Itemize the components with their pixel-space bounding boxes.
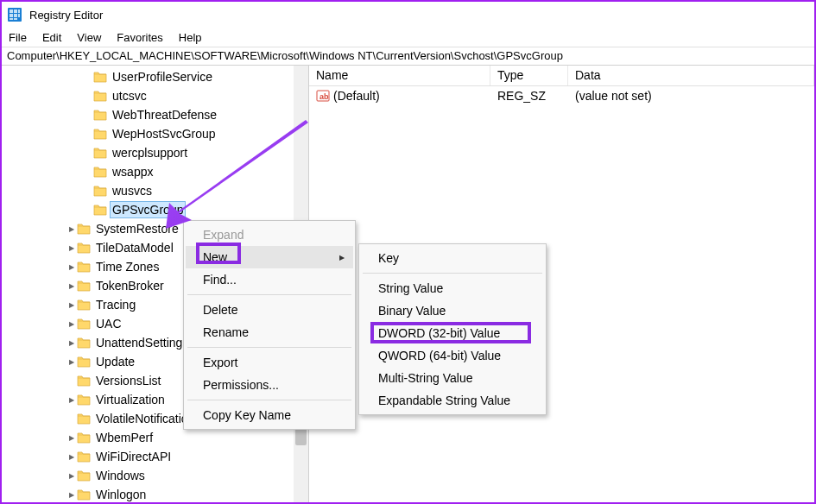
window-title: Registry Editor: [29, 9, 103, 22]
menu-item-export[interactable]: Export: [186, 351, 353, 374]
expander-icon[interactable]: ▶: [66, 434, 77, 442]
submenu-item-key[interactable]: Key: [361, 247, 544, 269]
svg-rect-2: [14, 9, 17, 13]
folder-icon: [93, 147, 107, 159]
folder-icon: [77, 450, 91, 463]
tree-item-label: wsappx: [111, 164, 155, 180]
tree-item[interactable]: wusvcs: [2, 181, 308, 200]
tree-item-label: UserProfileService: [111, 69, 214, 85]
value-name: (Default): [333, 89, 380, 103]
tree-item-label: UAC: [94, 316, 123, 331]
tree-item-label: Tracing: [94, 297, 137, 312]
list-header: Name Type Data: [309, 66, 814, 86]
tree-item-label: WebThreatDefense: [111, 107, 218, 123]
submenu-item-qword-64-bit-value[interactable]: QWORD (64-bit) Value: [361, 344, 544, 367]
tree-item[interactable]: UserProfileService: [2, 67, 308, 86]
menu-item-find[interactable]: Find...: [186, 268, 353, 291]
tree-item[interactable]: ▶WiFiDirectAPI: [2, 447, 308, 466]
tree-item-label: UnattendSettings: [94, 335, 190, 350]
menu-item-rename[interactable]: Rename: [186, 321, 353, 343]
menu-item-delete[interactable]: Delete: [186, 299, 353, 321]
tree-item-label: SystemRestore: [94, 221, 180, 236]
tree-item-label: Time Zones: [94, 259, 161, 274]
tree-item-label: WiFiDirectAPI: [94, 449, 173, 464]
expander-icon[interactable]: ▶: [66, 491, 77, 499]
expander-icon[interactable]: ▶: [66, 244, 77, 252]
folder-icon: [77, 488, 91, 501]
context-menu[interactable]: ExpandNew▶Find...DeleteRenameExportPermi…: [183, 220, 356, 430]
menu-item-new[interactable]: New▶: [186, 246, 353, 268]
expander-icon[interactable]: ▶: [66, 282, 77, 290]
tree-item[interactable]: ▶Winlogon: [2, 485, 308, 502]
column-name[interactable]: Name: [309, 66, 490, 85]
tree-item-label: WbemPerf: [94, 430, 155, 445]
string-value-icon: ab: [316, 89, 330, 103]
address-bar[interactable]: Computer\HKEY_LOCAL_MACHINE\SOFTWARE\Mic…: [2, 47, 814, 66]
expander-icon[interactable]: ▶: [66, 301, 77, 309]
folder-icon: [93, 71, 107, 83]
folder-icon: [77, 318, 91, 330]
menu-view[interactable]: View: [72, 29, 111, 46]
tree-item[interactable]: wsappx: [2, 162, 308, 181]
regedit-app-icon: [7, 7, 22, 22]
folder-icon: [77, 242, 91, 254]
tree-item[interactable]: GPSvcGroup: [2, 200, 308, 219]
menu-item-copy-key-name[interactable]: Copy Key Name: [186, 404, 353, 426]
submenu-item-string-value[interactable]: String Value: [361, 277, 544, 299]
menu-favorites[interactable]: Favorites: [111, 29, 173, 46]
column-data[interactable]: Data: [568, 66, 814, 85]
folder-icon: [77, 337, 91, 349]
tree-item-label: utcsvc: [111, 88, 149, 104]
svg-rect-5: [14, 14, 17, 17]
titlebar: Registry Editor: [2, 2, 814, 28]
menu-help[interactable]: Help: [174, 29, 212, 46]
tree-item[interactable]: ▶WbemPerf: [2, 428, 308, 447]
menu-separator: [187, 294, 351, 295]
tree-item-label: TokenBroker: [94, 278, 166, 293]
menu-file[interactable]: File: [5, 29, 37, 46]
value-data: (value not set): [568, 89, 814, 103]
menu-item-permissions[interactable]: Permissions...: [186, 374, 353, 396]
folder-icon: [93, 109, 107, 121]
expander-icon[interactable]: ▶: [66, 339, 77, 347]
tree-item[interactable]: WebThreatDefense: [2, 105, 308, 124]
tree-item[interactable]: WepHostSvcGroup: [2, 124, 308, 143]
menu-item-expand: Expand: [186, 224, 353, 246]
new-submenu[interactable]: KeyString ValueBinary ValueDWORD (32-bit…: [358, 243, 547, 415]
folder-icon: [93, 90, 107, 102]
submenu-item-expandable-string-value[interactable]: Expandable String Value: [361, 389, 544, 412]
expander-icon[interactable]: ▶: [66, 320, 77, 328]
value-row[interactable]: ab (Default) REG_SZ (value not set): [309, 86, 814, 105]
folder-icon: [77, 356, 91, 368]
tree-item-label: Virtualization: [94, 392, 167, 407]
submenu-item-binary-value[interactable]: Binary Value: [361, 299, 544, 322]
menubar: File Edit View Favorites Help: [2, 28, 814, 47]
tree-item-label: WepHostSvcGroup: [111, 126, 218, 142]
expander-icon[interactable]: ▶: [66, 472, 77, 480]
tree-item[interactable]: utcsvc: [2, 86, 308, 105]
expander-icon[interactable]: ▶: [66, 453, 77, 461]
expander-icon[interactable]: ▶: [66, 358, 77, 366]
tree-item-label: Windows: [94, 468, 147, 483]
svg-rect-8: [14, 18, 17, 20]
expander-icon[interactable]: ▶: [66, 263, 77, 271]
folder-icon: [93, 128, 107, 140]
folder-icon: [77, 261, 91, 273]
menu-separator: [187, 400, 351, 400]
tree-item[interactable]: ▶Windows: [2, 466, 308, 485]
svg-rect-7: [9, 18, 13, 20]
expander-icon[interactable]: ▶: [66, 225, 77, 233]
svg-rect-1: [9, 9, 13, 13]
tree-item-label: wercplsupport: [111, 145, 189, 161]
folder-icon: [77, 299, 91, 311]
tree-item[interactable]: wercplsupport: [2, 143, 308, 162]
submenu-item-dword-32-bit-value[interactable]: DWORD (32-bit) Value: [361, 322, 544, 344]
expander-icon[interactable]: ▶: [66, 396, 77, 404]
folder-icon: [93, 204, 107, 216]
submenu-item-multi-string-value[interactable]: Multi-String Value: [361, 367, 544, 389]
menu-separator: [187, 347, 351, 348]
menu-separator: [363, 273, 542, 274]
folder-icon: [77, 223, 91, 235]
column-type[interactable]: Type: [490, 66, 568, 85]
menu-edit[interactable]: Edit: [37, 29, 72, 46]
